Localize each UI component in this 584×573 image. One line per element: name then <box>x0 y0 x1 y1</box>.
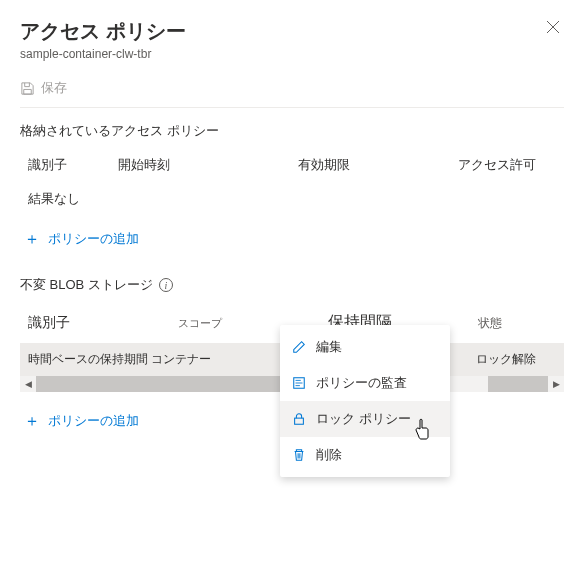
col-expiration: 有効期限 <box>298 156 458 174</box>
page-title: アクセス ポリシー <box>20 18 186 45</box>
save-button[interactable]: 保存 <box>20 79 564 97</box>
close-button[interactable] <box>542 18 564 39</box>
svg-rect-1 <box>295 418 304 424</box>
stored-policies-label: 格納されているアクセス ポリシー <box>20 122 564 140</box>
menu-edit[interactable]: 編集 <box>280 329 450 365</box>
menu-edit-label: 編集 <box>316 338 342 356</box>
close-icon <box>546 20 560 34</box>
plus-icon: ＋ <box>24 413 40 429</box>
lock-icon <box>292 412 306 426</box>
menu-audit[interactable]: ポリシーの監査 <box>280 365 450 401</box>
immutable-section-text: 不変 BLOB ストレージ <box>20 276 153 294</box>
info-icon[interactable]: i <box>159 278 173 292</box>
col-permissions: アクセス許可 <box>458 156 556 174</box>
save-label: 保存 <box>41 79 67 97</box>
menu-lock[interactable]: ロック ポリシー <box>280 401 450 437</box>
save-icon <box>20 81 35 96</box>
col-identifier: 識別子 <box>28 156 118 174</box>
audit-icon <box>292 376 306 390</box>
row-identifier: 時間ベースの保持期間 コンテナー <box>28 351 288 368</box>
menu-delete[interactable]: 削除 <box>280 437 450 473</box>
menu-audit-label: ポリシーの監査 <box>316 374 407 392</box>
scroll-thumb[interactable] <box>36 376 286 392</box>
plus-icon: ＋ <box>24 231 40 247</box>
add-immutable-policy-button[interactable]: ＋ ポリシーの追加 <box>20 406 143 436</box>
col-start-time: 開始時刻 <box>118 156 298 174</box>
row-state: ロック解除 <box>476 351 556 368</box>
scroll-thumb-right[interactable] <box>488 376 548 392</box>
stored-policies-columns: 識別子 開始時刻 有効期限 アクセス許可 <box>20 150 564 180</box>
menu-delete-label: 削除 <box>316 446 342 464</box>
scroll-right-arrow[interactable]: ▶ <box>548 376 564 392</box>
container-name: sample-container-clw-tbr <box>20 47 186 61</box>
add-policy-label: ポリシーの追加 <box>48 230 139 248</box>
add-immutable-policy-label: ポリシーの追加 <box>48 412 139 430</box>
delete-icon <box>292 448 306 462</box>
context-menu: 編集 ポリシーの監査 ロック ポリシー 削除 <box>280 325 450 477</box>
scroll-left-arrow[interactable]: ◀ <box>20 376 36 392</box>
divider <box>20 107 564 108</box>
col-state: 状態 <box>478 315 556 332</box>
immutable-section-label: 不変 BLOB ストレージ i <box>20 276 564 294</box>
no-results: 結果なし <box>20 180 564 224</box>
col-identifier-2: 識別子 <box>28 314 178 332</box>
edit-icon <box>292 340 306 354</box>
add-policy-button[interactable]: ＋ ポリシーの追加 <box>20 224 143 254</box>
menu-lock-label: ロック ポリシー <box>316 410 411 428</box>
